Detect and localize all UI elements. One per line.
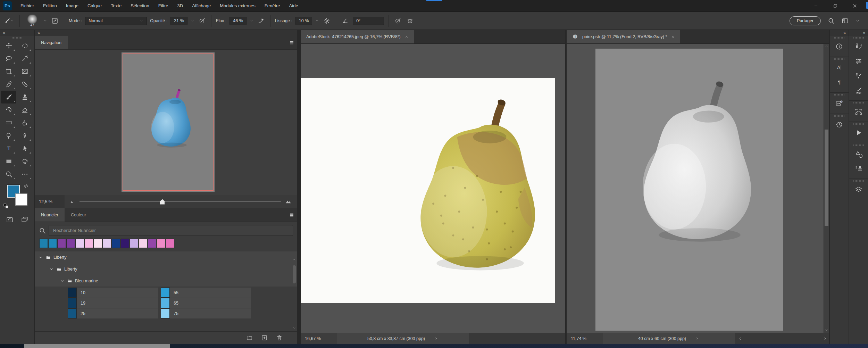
- crop-tool[interactable]: [1, 65, 16, 78]
- magic-wand-tool[interactable]: [17, 52, 32, 65]
- vertical-scrollbar[interactable]: [824, 44, 829, 333]
- swatch-chip[interactable]: [102, 239, 111, 248]
- status-dimensions[interactable]: 50,8 cm x 33,87 cm (300 ppp): [337, 333, 469, 344]
- menu-calque[interactable]: Calque: [84, 1, 106, 10]
- swatch-chip[interactable]: [66, 239, 75, 248]
- share-button[interactable]: Partager: [790, 16, 821, 25]
- dodge-tool[interactable]: [1, 129, 16, 142]
- frame-tool[interactable]: [17, 65, 32, 78]
- menu-fen-tre[interactable]: Fenêtre: [261, 1, 284, 10]
- collapse-panels-icon[interactable]: «: [35, 30, 297, 36]
- slider-thumb[interactable]: [160, 199, 165, 205]
- panel-icon-character[interactable]: [830, 60, 849, 75]
- scroll-right-icon[interactable]: [823, 337, 827, 341]
- document-canvas[interactable]: [301, 78, 555, 303]
- tab-close-icon[interactable]: [405, 35, 408, 39]
- swatch-scrollbar[interactable]: [292, 258, 297, 330]
- panel-icon-info[interactable]: [830, 39, 849, 54]
- menu-affichage[interactable]: Affichage: [188, 1, 215, 10]
- chevron-down-icon[interactable]: [856, 19, 860, 23]
- swatch-chip[interactable]: [111, 239, 120, 248]
- swatch-group-liberty[interactable]: Liberty: [35, 263, 297, 275]
- menu-3d[interactable]: 3D: [174, 1, 187, 10]
- chevron-down-icon[interactable]: [60, 279, 65, 283]
- panel-icon-shapes[interactable]: [849, 147, 868, 161]
- navigator-zoom-field[interactable]: 12,5 %: [35, 195, 65, 208]
- menu-edition[interactable]: Edition: [39, 1, 61, 10]
- collapse-tools-icon[interactable]: «: [0, 30, 34, 36]
- swatch-item-65[interactable]: 65: [161, 298, 251, 308]
- swatch-chip[interactable]: [166, 239, 174, 248]
- workspace-switcher-icon[interactable]: [842, 17, 849, 24]
- chevron-down-icon[interactable]: [250, 19, 253, 23]
- panel-grip[interactable]: [834, 94, 844, 96]
- default-colors-icon[interactable]: [3, 203, 9, 209]
- eraser-tool[interactable]: [17, 103, 32, 116]
- panel-icon-layers[interactable]: [849, 182, 868, 197]
- swatch-group-liberty[interactable]: Liberty: [35, 251, 297, 263]
- size-pressure-button[interactable]: [393, 16, 402, 25]
- healing-brush-tool[interactable]: [17, 78, 32, 91]
- panel-grip[interactable]: [834, 37, 844, 39]
- panel-icon-brush-settings[interactable]: [849, 83, 868, 98]
- tab-color[interactable]: Couleur: [65, 208, 92, 222]
- marquee-tool[interactable]: [17, 39, 32, 52]
- swatch-chip[interactable]: [75, 239, 84, 248]
- panel-icon-adjustments[interactable]: [849, 54, 868, 68]
- swatch-search-box[interactable]: [49, 225, 293, 236]
- panel-grip[interactable]: [853, 144, 864, 146]
- pen-tool[interactable]: [17, 129, 32, 142]
- scrollbar-thumb[interactable]: [293, 265, 296, 283]
- panel-icon-clone-source[interactable]: [849, 161, 868, 176]
- menu-image[interactable]: Image: [62, 1, 82, 10]
- history-brush-tool[interactable]: [1, 103, 16, 116]
- status-chevron-icon[interactable]: [434, 337, 438, 341]
- panel-icon-paragraph[interactable]: [830, 75, 849, 90]
- scroll-up-icon[interactable]: [292, 258, 296, 262]
- swatch-chip[interactable]: [57, 239, 66, 248]
- flow-field[interactable]: 46 %: [229, 17, 247, 25]
- chevron-down-icon[interactable]: [191, 19, 194, 23]
- menu-fichier[interactable]: Fichier: [17, 1, 38, 10]
- tab-navigator[interactable]: Navigation: [35, 36, 68, 49]
- chevron-down-icon[interactable]: [43, 19, 47, 23]
- scroll-down-icon[interactable]: [292, 326, 296, 330]
- panel-menu-icon[interactable]: [289, 40, 294, 45]
- status-chevron-icon[interactable]: [695, 337, 699, 341]
- swatch-item-10[interactable]: 10: [68, 288, 158, 298]
- panel-grip[interactable]: [834, 58, 844, 60]
- panel-icon-paths[interactable]: [849, 104, 868, 119]
- airbrush-button[interactable]: [257, 16, 266, 25]
- scroll-down-icon[interactable]: [825, 328, 828, 332]
- background-color-chip[interactable]: [15, 193, 27, 206]
- swatch-chip[interactable]: [130, 239, 138, 248]
- edit-toolbar-tool[interactable]: [17, 168, 32, 181]
- swatch-chip[interactable]: [84, 239, 93, 248]
- swatch-search-input[interactable]: [52, 227, 289, 233]
- screen-mode-button[interactable]: [21, 216, 28, 224]
- clone-stamp-tool[interactable]: [17, 91, 32, 103]
- mode-select[interactable]: Normal: [85, 17, 147, 25]
- menu-filtre[interactable]: Filtre: [155, 1, 172, 10]
- panel-grip[interactable]: [834, 115, 844, 117]
- document-canvas[interactable]: [595, 49, 783, 331]
- move-tool[interactable]: [1, 39, 16, 52]
- panel-icon-history[interactable]: [830, 117, 849, 132]
- document-tab[interactable]: poire.psb @ 11,7% (Fond 2, RVB/8/sGray) …: [567, 30, 680, 43]
- panel-grip[interactable]: [853, 102, 864, 103]
- path-selection-tool[interactable]: [17, 142, 32, 155]
- opacity-field[interactable]: 31 %: [170, 17, 187, 25]
- lasso-tool[interactable]: [1, 52, 16, 65]
- canvas-area[interactable]: [567, 44, 823, 333]
- canvas-area[interactable]: [301, 44, 565, 333]
- scroll-left-icon[interactable]: [738, 337, 742, 341]
- panel-grip[interactable]: [853, 180, 864, 182]
- chevron-down-icon[interactable]: [315, 19, 319, 23]
- panel-grip[interactable]: [12, 37, 22, 39]
- panel-menu-icon[interactable]: [289, 212, 294, 218]
- menu-s-lection[interactable]: Sélection: [127, 1, 153, 10]
- panel-grip[interactable]: [853, 123, 864, 125]
- panel-icon-layer-comps[interactable]: [849, 39, 868, 54]
- close-button[interactable]: [845, 0, 865, 12]
- panel-icon-brushes[interactable]: [849, 68, 868, 83]
